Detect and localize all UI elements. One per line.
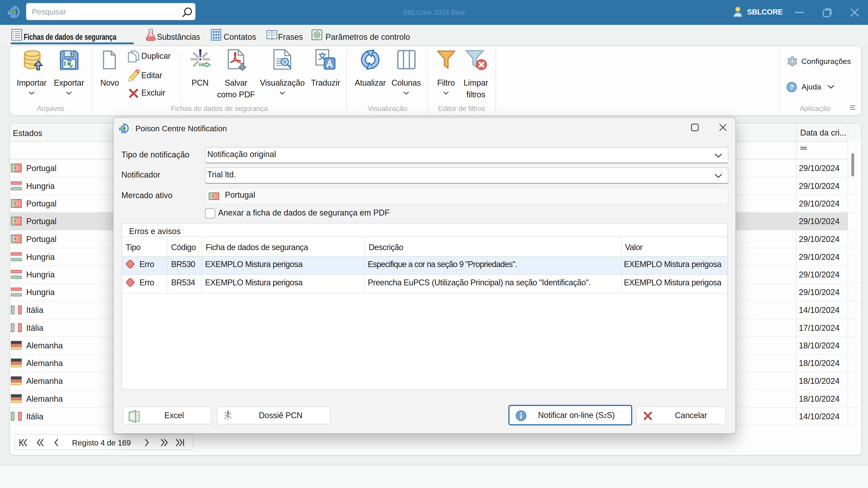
svg-text:?: ? — [790, 84, 794, 90]
